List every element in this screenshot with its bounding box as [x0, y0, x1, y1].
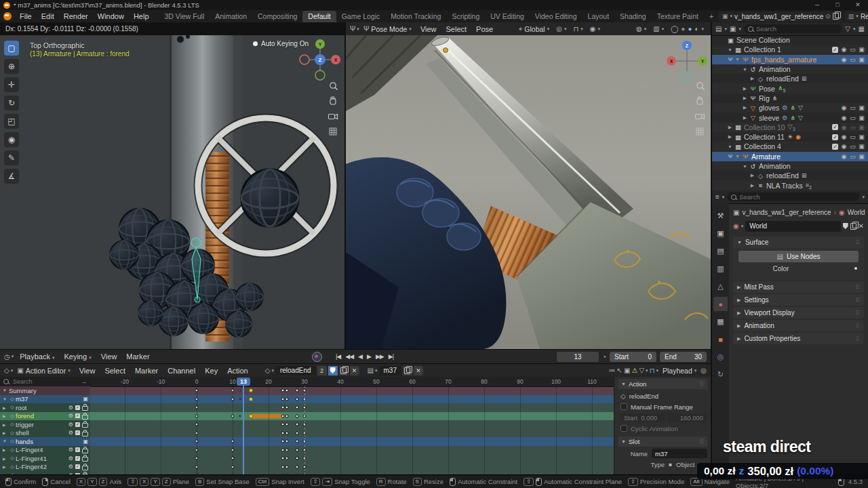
outliner-row-sleeve[interactable]: ▶▽sleeve⚙⋔▽◉▭▣ — [712, 113, 868, 122]
outliner-row-collection-11[interactable]: ▶▦Collection 11☀◉✓◉▭▣ — [712, 132, 868, 142]
maximize-button[interactable]: □ — [827, 0, 848, 10]
expand-icon[interactable]: ▶ — [741, 105, 749, 110]
properties-tab-collection[interactable]: ▦ — [713, 314, 728, 329]
tab-3d-view-full[interactable]: 3D View Full — [159, 11, 210, 22]
expand-icon[interactable]: ▶ — [749, 76, 756, 81]
menu-render[interactable]: Render — [59, 12, 93, 20]
lock-icon[interactable] — [82, 415, 88, 420]
modifier-icon[interactable]: ⚙ — [68, 413, 73, 419]
checkbox[interactable]: ✓ — [832, 124, 838, 130]
channel-row-hands[interactable]: ▼◇hands▣ — [0, 437, 90, 446]
screen-icon[interactable]: ▭ — [848, 153, 857, 160]
keyframe[interactable] — [281, 465, 285, 468]
tab-uv-editing[interactable]: UV Editing — [485, 11, 530, 22]
channel-enable-checkbox[interactable]: ✓ — [75, 413, 80, 418]
jump-start-button[interactable]: |◀ — [334, 352, 342, 361]
channel-enable-checkbox[interactable]: ✓ — [75, 422, 80, 427]
keyframe[interactable] — [285, 431, 288, 434]
channel-row-summary[interactable]: ▼Summary — [0, 386, 90, 395]
channel-search-input[interactable] — [12, 378, 79, 386]
eye-icon[interactable]: ◉ — [840, 104, 848, 111]
jump-end-button[interactable]: ▶| — [387, 352, 395, 361]
channel-search[interactable]: ↔ — [0, 377, 90, 386]
keyframe[interactable] — [281, 414, 285, 418]
measure-tool[interactable]: ∡ — [4, 169, 19, 184]
lock-icon[interactable] — [82, 457, 88, 462]
keyframe[interactable] — [285, 457, 288, 460]
screen-icon[interactable]: ▭ — [848, 104, 857, 111]
properties-tab-physics[interactable]: ↻ — [713, 367, 728, 382]
outliner-row-fps-hands-armature[interactable]: Ψ▼Ψfps_hands_armature◉▭▣ — [712, 55, 868, 64]
timeline-menu-playback[interactable]: Playback ▾ — [15, 352, 59, 361]
camera-icon[interactable]: ▣ — [857, 115, 866, 121]
channel-row-l-finger42[interactable]: ▶◇L-Finger42⚙✓ — [0, 463, 90, 472]
modifier-icon[interactable]: ⚙ — [68, 422, 73, 428]
outliner-row-reloadend[interactable]: ▶◇reloadEnd⊞ — [712, 171, 868, 180]
properties-tab-view-layer[interactable]: ▥ — [713, 262, 728, 276]
lock-icon[interactable] — [82, 449, 88, 453]
close-button[interactable]: ✕ — [848, 0, 868, 10]
properties-tab-object[interactable]: ■ — [713, 332, 728, 346]
outliner-row-collection-4[interactable]: ▼▦Collection 4✓◉▭▣ — [712, 142, 868, 151]
timeline-menu-keying[interactable]: Keying ▾ — [59, 352, 96, 361]
frame-end-field[interactable]: End30 — [660, 352, 707, 362]
auto-keying-record-button[interactable] — [312, 352, 322, 362]
viewport-left-scene[interactable]: Y X Z ▢⊕✛↻◰◉✎∡ Top Orthographic (13) Arm — [0, 35, 344, 349]
keyframe[interactable] — [285, 414, 288, 418]
properties-tab-tool[interactable]: ⚒ — [713, 209, 728, 223]
properties-search[interactable] — [727, 192, 859, 201]
tab-video-editing[interactable]: Video Editing — [530, 11, 583, 22]
tab-texture-paint[interactable]: Texture Paint — [652, 11, 704, 22]
play-reverse-button[interactable]: ◀ — [356, 352, 364, 361]
eye-icon[interactable]: ◉ — [840, 134, 848, 140]
tab-default[interactable]: Default — [302, 11, 336, 22]
viewport-menu-pose[interactable]: Pose — [471, 25, 498, 33]
expand-icon[interactable]: ▼ — [726, 144, 734, 149]
expand-icon[interactable]: ▶ — [3, 405, 9, 410]
tab-animation[interactable]: Animation — [210, 11, 252, 22]
keyframe[interactable] — [239, 415, 241, 418]
keyframe[interactable] — [281, 431, 285, 434]
unlink-slot-button[interactable]: ✕ — [414, 366, 423, 375]
expand-icon[interactable]: ▼ — [3, 397, 9, 401]
camera-icon[interactable]: ▣ — [857, 56, 866, 63]
outliner-row-rig[interactable]: ▶ΨRig⋔ — [712, 94, 868, 103]
minimize-button[interactable]: ─ — [807, 0, 827, 10]
snap-toggle[interactable]: ⊓▾ — [570, 25, 585, 33]
select-box-tool[interactable]: ▢ — [4, 41, 19, 56]
outliner-row-gloves[interactable]: ▶▽gloves⚙⋔▽◉▭▣ — [712, 103, 868, 113]
keyframe[interactable] — [296, 431, 299, 434]
keyframe[interactable] — [281, 448, 285, 451]
rotate-tool[interactable]: ↻ — [4, 96, 19, 110]
screen-icon[interactable]: ▭ — [848, 134, 857, 140]
slot-name-input[interactable] — [652, 449, 707, 458]
screen-icon[interactable]: ▭ — [848, 124, 857, 131]
outliner-row-animation[interactable]: ▼↺Animation — [712, 161, 868, 171]
fake-user-button[interactable] — [328, 366, 338, 375]
surface-panel-header[interactable]: ▼Surface⠿ — [733, 237, 864, 248]
properties-tab-world[interactable]: ● — [713, 297, 728, 311]
cursor-tool[interactable]: ⊕ — [4, 59, 19, 74]
tab-motion-tracking[interactable]: Motion Tracking — [385, 11, 446, 22]
lock-icon[interactable] — [82, 406, 88, 411]
menu-edit[interactable]: Edit — [37, 12, 59, 20]
dopesheet-menu-select[interactable]: Select — [100, 367, 130, 375]
outliner-row-nla-tracks[interactable]: ▶≡NLA Tracks≡2 — [712, 180, 868, 190]
playhead-frame-badge[interactable]: 13 — [237, 378, 250, 386]
expand-icon[interactable]: ▶ — [3, 422, 9, 427]
keyframe[interactable] — [281, 397, 285, 401]
checkbox[interactable]: ✓ — [832, 47, 838, 53]
tab-scripting[interactable]: Scripting — [446, 11, 485, 22]
eye-icon[interactable]: ◉ — [840, 115, 848, 121]
menu-window[interactable]: Window — [93, 12, 129, 20]
unlink-action-button[interactable]: ✕ — [350, 366, 359, 375]
keyframe[interactable] — [296, 440, 299, 443]
panel-header-viewport-display[interactable]: ▶Viewport Display⠿ — [733, 307, 864, 319]
keyframe-grid[interactable]: -20-100102030405060708090100110 13 — [90, 377, 614, 474]
camera-icon[interactable]: ▣ — [857, 46, 866, 53]
lock-icon[interactable] — [82, 466, 88, 470]
channel-row-m37[interactable]: ▼◇m37▣ — [0, 395, 90, 404]
channel-row-root[interactable]: ▶◇root⚙✓ — [0, 403, 90, 412]
outliner-search[interactable] — [744, 24, 842, 33]
screen-icon[interactable]: ▭ — [848, 56, 857, 63]
